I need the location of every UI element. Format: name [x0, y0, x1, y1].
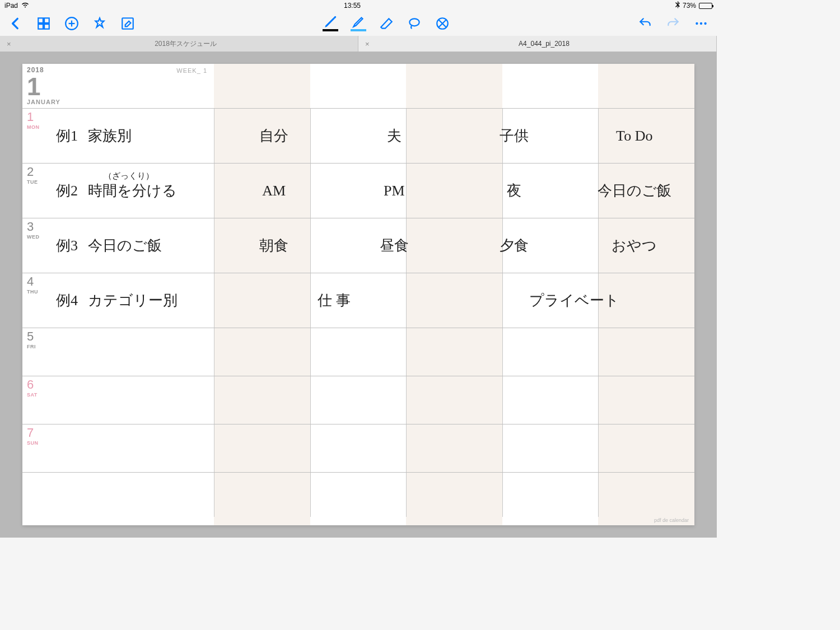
status-bar: iPad 13:55 73%	[0, 0, 717, 11]
day-row[interactable]: 1MON例1家族別自分夫子供To Do	[22, 109, 694, 164]
week-label: WEEK_ 1	[176, 67, 207, 74]
battery-percent: 73%	[683, 2, 696, 10]
pen-tool[interactable]	[323, 16, 338, 31]
handwritten-annotation: （ざっくり）	[104, 171, 154, 181]
day-abbr: SAT	[27, 392, 46, 398]
svg-point-9	[409, 18, 419, 26]
bookmark-button[interactable]	[92, 16, 108, 31]
svg-rect-8	[122, 18, 133, 29]
battery-icon	[699, 3, 712, 9]
handwritten-text: 昼食	[380, 236, 409, 255]
canvas-area[interactable]: 2018 1 JANUARY WEEK_ 1 1MON例1家族別自分夫子供To …	[0, 52, 717, 538]
calendar-header: 2018 1 JANUARY WEEK_ 1	[22, 64, 694, 109]
month-name: JANUARY	[27, 99, 690, 105]
svg-point-13	[696, 22, 698, 25]
lasso-tool[interactable]	[407, 16, 422, 31]
day-abbr: FRI	[27, 344, 46, 349]
handwritten-text: 今日のご飯	[598, 181, 671, 200]
svg-point-15	[704, 22, 706, 25]
edit-button[interactable]	[120, 16, 136, 31]
day-abbr: MON	[27, 124, 46, 130]
handwritten-text: 今日のご飯	[88, 236, 162, 255]
add-button[interactable]	[64, 16, 80, 31]
clock: 13:55	[344, 2, 361, 10]
handwritten-text: 子供	[500, 126, 529, 146]
svg-point-14	[700, 22, 702, 25]
day-row[interactable]: 7SUN	[22, 424, 694, 473]
svg-marker-7	[95, 18, 104, 27]
day-row[interactable]: 3WED例3今日のご飯朝食昼食夕食おやつ	[22, 218, 694, 273]
highlighter-tool[interactable]	[351, 16, 366, 31]
handwritten-text: 例1	[56, 126, 78, 146]
day-number: 7	[27, 427, 46, 439]
handwritten-text: 自分	[259, 126, 288, 146]
handwritten-text: 朝食	[259, 236, 288, 255]
bluetooth-icon	[675, 1, 680, 10]
month-number: 1	[27, 75, 690, 99]
day-row[interactable]: 2TUE例2時間を分ける（ざっくり）AMPM夜今日のご飯	[22, 164, 694, 218]
app-toolbar	[0, 11, 717, 36]
handwritten-text: 時間を分ける（ざっくり）	[88, 181, 177, 200]
handwritten-text: 仕 事	[318, 291, 351, 310]
day-number: 5	[27, 330, 46, 343]
handwritten-text: 夜	[507, 181, 521, 200]
svg-rect-0	[38, 18, 43, 23]
year-label: 2018	[27, 66, 690, 74]
tab-bar: × 2018年スケジュール × A4_044_pi_2018	[0, 36, 717, 52]
eraser-tool[interactable]	[379, 16, 394, 31]
handwritten-text: おやつ	[612, 236, 657, 255]
tab-label: A4_044_pi_2018	[379, 40, 710, 48]
day-number: 1	[27, 111, 46, 123]
tab-active[interactable]: × 2018年スケジュール	[0, 36, 358, 52]
day-number: 3	[27, 221, 46, 233]
day-abbr: WED	[27, 234, 46, 240]
undo-button[interactable]	[637, 16, 653, 31]
handwritten-text: To Do	[616, 128, 652, 144]
handwritten-text: 例4	[56, 291, 78, 310]
day-abbr: SUN	[27, 440, 46, 446]
device-label: iPad	[4, 2, 18, 10]
handwritten-text: 家族別	[88, 126, 132, 146]
handwritten-text: 例3	[56, 236, 78, 255]
tab-label: 2018年スケジュール	[20, 39, 351, 49]
handwritten-text: 例2	[56, 181, 78, 200]
redo-button[interactable]	[665, 16, 681, 31]
handwritten-text: カテゴリー別	[88, 291, 178, 310]
day-row[interactable]: 4THU例4カテゴリー別仕 事プライベート	[22, 273, 694, 328]
grid-view-button[interactable]	[36, 16, 52, 31]
close-icon[interactable]: ×	[7, 40, 13, 48]
day-abbr: THU	[27, 289, 46, 295]
calendar-page[interactable]: 2018 1 JANUARY WEEK_ 1 1MON例1家族別自分夫子供To …	[22, 64, 694, 525]
handwritten-text: プライベート	[529, 291, 619, 310]
tab-inactive[interactable]: × A4_044_pi_2018	[358, 36, 717, 52]
footer-brand: pdf de calendar	[654, 517, 689, 523]
handwritten-text: 夕食	[500, 236, 529, 255]
day-row[interactable]: 5FRI	[22, 328, 694, 376]
day-row[interactable]: 6SAT	[22, 376, 694, 424]
svg-rect-1	[44, 18, 49, 23]
back-button[interactable]	[8, 16, 24, 31]
close-icon[interactable]: ×	[365, 40, 372, 48]
wifi-icon	[21, 2, 29, 10]
handwritten-text: 夫	[387, 126, 402, 146]
day-abbr: TUE	[27, 179, 46, 185]
handwritten-text: AM	[262, 183, 286, 199]
shapes-tool[interactable]	[435, 16, 450, 31]
handwritten-text: PM	[384, 183, 405, 199]
svg-rect-2	[38, 24, 43, 29]
day-number: 6	[27, 379, 46, 391]
day-number: 4	[27, 276, 46, 288]
day-number: 2	[27, 166, 46, 178]
more-button[interactable]	[693, 16, 709, 31]
svg-rect-3	[44, 24, 49, 29]
